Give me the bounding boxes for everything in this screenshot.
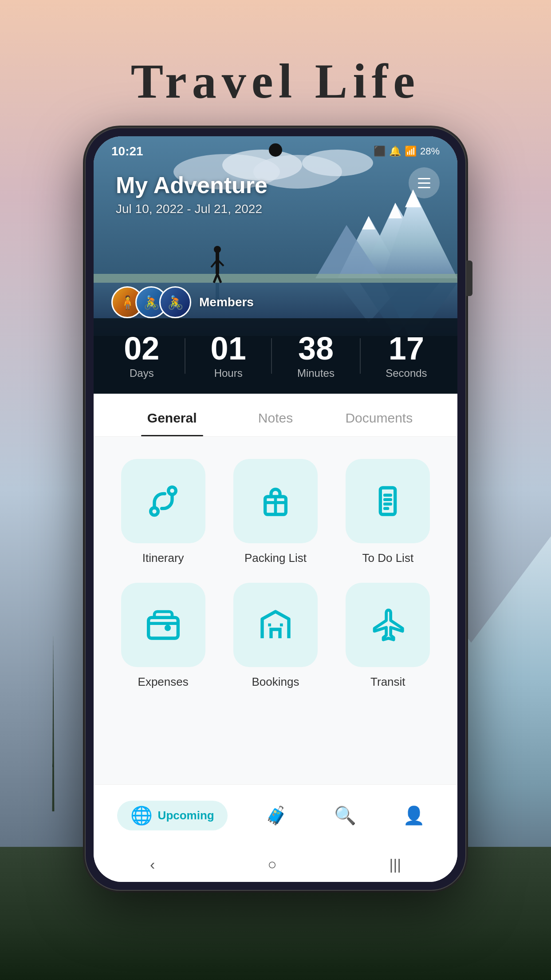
svg-marker-9 xyxy=(362,216,375,229)
app-title: Travel Life xyxy=(131,53,420,110)
hero-dates: Jul 10, 2022 - Jul 21, 2022 xyxy=(116,202,262,216)
itinerary-icon-box xyxy=(121,459,205,543)
countdown-seconds-value: 17 xyxy=(389,332,424,364)
svg-marker-7 xyxy=(382,190,457,278)
phone-screen: 10:21 ⬛ 🔔 📶 28% My Adventure Jul 10, 202… xyxy=(94,136,457,882)
countdown-divider-2 xyxy=(271,338,272,374)
svg-rect-17 xyxy=(216,252,219,274)
wifi-icon: 📶 xyxy=(405,146,417,157)
hamburger-icon xyxy=(418,178,430,188)
menu-button[interactable] xyxy=(409,167,440,198)
countdown-seconds: 17 Seconds xyxy=(386,332,427,379)
svg-marker-14 xyxy=(338,283,404,323)
svg-line-20 xyxy=(217,274,221,283)
nav-item-profile[interactable]: 👤 xyxy=(394,801,434,830)
countdown-row: 02 Days 01 Hours 38 Minutes 1 xyxy=(94,318,457,394)
transit-label: Transit xyxy=(370,675,405,689)
countdown-minutes-label: Minutes xyxy=(297,367,335,379)
nav-item-upcoming[interactable]: 🌐 Upcoming xyxy=(117,801,228,830)
expenses-icon-box xyxy=(121,583,205,667)
expenses-label: Expenses xyxy=(138,675,189,689)
bookings-label: Bookings xyxy=(252,675,299,689)
recent-button[interactable]: ||| xyxy=(390,856,401,873)
back-button[interactable]: ‹ xyxy=(150,856,155,873)
plane-icon xyxy=(370,607,405,643)
members-label: Members xyxy=(199,295,254,309)
battery-text: 28% xyxy=(420,146,440,157)
countdown-divider-1 xyxy=(185,338,185,374)
countdown-minutes: 38 Minutes xyxy=(297,332,335,379)
user-nav-icon: 👤 xyxy=(403,805,425,826)
camera-icon: ⬛ xyxy=(374,146,386,157)
wallet-icon xyxy=(146,607,181,643)
grid-item-packing[interactable]: Packing List xyxy=(228,459,323,565)
home-button[interactable]: ○ xyxy=(268,856,277,873)
grid-item-todo[interactable]: To Do List xyxy=(341,459,435,565)
bg-tree xyxy=(27,634,80,811)
svg-line-22 xyxy=(217,260,224,266)
suitcase-nav-icon: 🧳 xyxy=(265,805,287,826)
notification-icon: 🔔 xyxy=(389,146,401,157)
svg-marker-8 xyxy=(315,225,382,278)
svg-marker-10 xyxy=(389,203,402,218)
grid-item-itinerary[interactable]: Itinerary xyxy=(116,459,210,565)
nav-item-trips[interactable]: 🧳 xyxy=(256,801,296,830)
countdown-hours-label: Hours xyxy=(214,367,243,379)
svg-line-21 xyxy=(211,260,217,267)
tab-general[interactable]: General xyxy=(120,398,224,436)
countdown-divider-3 xyxy=(360,338,361,374)
hotel-icon xyxy=(258,607,293,643)
grid-row-2: Expenses Bookings xyxy=(116,583,435,689)
svg-rect-35 xyxy=(148,617,178,638)
grid-row-1: Itinerary Packing List xyxy=(116,459,435,565)
itinerary-label: Itinerary xyxy=(142,551,184,565)
grid-item-transit[interactable]: Transit xyxy=(341,583,435,689)
countdown-days-value: 02 xyxy=(124,332,159,364)
countdown-days-label: Days xyxy=(130,367,154,379)
svg-marker-6 xyxy=(360,203,440,278)
packing-icon-box xyxy=(233,459,318,543)
grid-item-bookings[interactable]: Bookings xyxy=(228,583,323,689)
svg-rect-12 xyxy=(94,274,457,283)
camera-notch xyxy=(269,143,282,157)
grid-item-expenses[interactable]: Expenses xyxy=(116,583,210,689)
globe-icon: 🌐 xyxy=(130,805,153,826)
countdown-hours-value: 01 xyxy=(211,332,246,364)
countdown-minutes-value: 38 xyxy=(298,332,334,364)
bookings-icon-box xyxy=(233,583,318,667)
svg-point-18 xyxy=(214,246,221,253)
todo-label: To Do List xyxy=(362,551,414,565)
tab-bar: General Notes Documents xyxy=(94,394,457,437)
svg-marker-5 xyxy=(338,216,404,278)
system-bar: ‹ ○ ||| xyxy=(94,846,457,882)
status-time: 10:21 xyxy=(111,144,143,158)
packing-label: Packing List xyxy=(244,551,307,565)
hero-section: 10:21 ⬛ 🔔 📶 28% My Adventure Jul 10, 202… xyxy=(94,136,457,394)
countdown-hours: 01 Hours xyxy=(211,332,246,379)
bottom-nav: 🌐 Upcoming 🧳 🔍 👤 xyxy=(94,784,457,846)
upcoming-label: Upcoming xyxy=(158,809,214,822)
member-avatar-3[interactable]: 🚴 xyxy=(159,286,191,318)
countdown-seconds-label: Seconds xyxy=(386,367,427,379)
svg-line-19 xyxy=(214,274,217,283)
todo-icon-box xyxy=(346,459,430,543)
tab-documents[interactable]: Documents xyxy=(327,398,431,436)
search-nav-icon: 🔍 xyxy=(334,805,356,826)
phone-wrapper: 10:21 ⬛ 🔔 📶 28% My Adventure Jul 10, 202… xyxy=(85,127,466,891)
status-icons: ⬛ 🔔 📶 28% xyxy=(374,146,440,157)
phone-frame: 10:21 ⬛ 🔔 📶 28% My Adventure Jul 10, 202… xyxy=(85,127,466,891)
luggage-icon xyxy=(258,483,293,519)
checklist-icon xyxy=(370,483,405,519)
hero-trip-name: My Adventure xyxy=(116,172,268,198)
grid-section: Itinerary Packing List xyxy=(94,437,457,784)
transit-icon-box xyxy=(346,583,430,667)
route-icon xyxy=(146,483,181,519)
members-row: 🧍 🚴 🚴 Members xyxy=(111,286,254,318)
nav-item-search[interactable]: 🔍 xyxy=(325,801,365,830)
countdown-days: 02 Days xyxy=(124,332,159,379)
tab-notes[interactable]: Notes xyxy=(224,398,327,436)
avatar-image-3: 🚴 xyxy=(161,288,190,317)
